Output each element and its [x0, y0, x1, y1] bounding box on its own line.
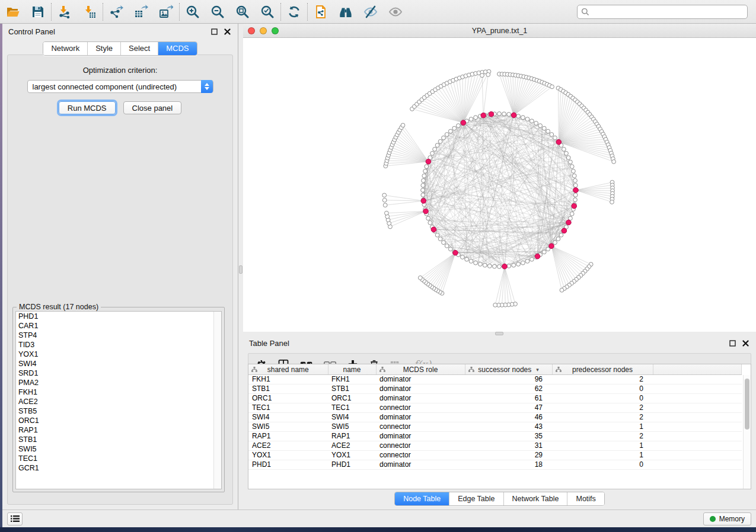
table-cell[interactable]: PHD1	[248, 460, 328, 469]
table-cell[interactable]: STB1	[328, 384, 376, 393]
import-network-button[interactable]	[56, 4, 73, 20]
table-row[interactable]: PHD1PHD1dominator180	[248, 460, 742, 469]
mcds-result-node[interactable]: SWI4	[16, 359, 221, 368]
table-cell[interactable]: dominator	[376, 374, 465, 384]
table-cell[interactable]: PHD1	[328, 460, 376, 469]
mcds-result-node[interactable]: STB1	[16, 435, 221, 444]
mcds-result-node[interactable]: CAR1	[16, 321, 221, 331]
table-cell[interactable]: dominator	[376, 460, 465, 469]
tab-style[interactable]: Style	[88, 42, 121, 55]
column-header-name[interactable]: name	[328, 364, 376, 374]
window-close-icon[interactable]	[248, 27, 255, 34]
table-row[interactable]: TEC1TEC1connector472	[248, 403, 742, 412]
table-cell[interactable]: 1	[552, 450, 653, 460]
window-minimize-icon[interactable]	[260, 27, 267, 34]
mcds-result-node[interactable]: GCR1	[16, 463, 221, 473]
table-cell[interactable]: RAP1	[248, 431, 328, 441]
tab-select[interactable]: Select	[121, 42, 158, 55]
table-cell[interactable]: 1	[552, 422, 653, 431]
table-cell[interactable]: TEC1	[328, 403, 376, 412]
table-cell[interactable]: 62	[465, 384, 552, 393]
table-cell[interactable]: 0	[552, 460, 653, 469]
tab-edge-table[interactable]: Edge Table	[449, 492, 503, 505]
table-cell[interactable]: ORC1	[248, 393, 328, 403]
table-cell[interactable]: FKH1	[248, 374, 328, 384]
float-table-panel-button[interactable]	[728, 338, 737, 348]
table-cell[interactable]: 61	[465, 393, 552, 403]
table-cell[interactable]: STB1	[248, 384, 328, 393]
table-cell[interactable]: RAP1	[328, 431, 376, 441]
table-cell[interactable]: dominator	[376, 412, 465, 422]
table-cell[interactable]: connector	[376, 450, 465, 460]
table-cell[interactable]: 18	[465, 460, 552, 469]
mcds-result-node[interactable]: ACE2	[16, 397, 221, 406]
column-header-shared-name[interactable]: shared name	[248, 364, 328, 374]
export-image-button[interactable]	[158, 4, 174, 20]
node-table[interactable]: shared namenameMCDS rolesuccessor nodes▾…	[248, 364, 742, 470]
network-window-titlebar[interactable]: YPA_prune.txt_1	[243, 24, 756, 38]
splitter-grip[interactable]	[239, 265, 243, 274]
mcds-result-node[interactable]: SRD1	[16, 368, 221, 378]
mcds-result-node[interactable]: PMA2	[16, 378, 221, 387]
table-cell[interactable]: 2	[552, 431, 653, 441]
table-row[interactable]: STB1STB1dominator620	[248, 384, 742, 393]
table-cell[interactable]: connector	[376, 422, 465, 431]
tab-network-table[interactable]: Network Table	[504, 492, 568, 505]
column-header-predecessor-nodes[interactable]: predecessor nodes	[552, 364, 653, 374]
search-network-button[interactable]	[337, 4, 354, 20]
table-scrollbar[interactable]	[743, 375, 751, 489]
table-cell[interactable]: 46	[465, 412, 552, 422]
zoom-fit-button[interactable]	[234, 4, 251, 20]
table-cell[interactable]: YOX1	[248, 450, 328, 460]
tab-network[interactable]: Network	[43, 42, 88, 55]
mcds-result-node[interactable]: STP4	[16, 331, 221, 340]
table-cell[interactable]: 47	[465, 403, 552, 412]
tab-motifs[interactable]: Motifs	[567, 492, 604, 505]
table-cell[interactable]: 2	[552, 403, 653, 412]
mcds-result-node[interactable]: PHD1	[16, 312, 221, 321]
tab-node-table[interactable]: Node Table	[395, 492, 449, 505]
task-history-button[interactable]	[7, 512, 23, 525]
table-cell[interactable]: SWI5	[328, 422, 376, 431]
export-table-button[interactable]	[133, 4, 149, 20]
network-graph[interactable]	[243, 38, 756, 332]
mcds-result-node[interactable]: ORC1	[16, 416, 221, 425]
table-row[interactable]: FKH1FKH1dominator962	[248, 374, 742, 384]
float-panel-button[interactable]	[209, 27, 219, 36]
table-cell[interactable]: connector	[376, 441, 465, 450]
mcds-result-node[interactable]: TID3	[16, 340, 221, 350]
table-cell[interactable]: ORC1	[328, 393, 376, 403]
table-cell[interactable]: ACE2	[248, 441, 328, 450]
close-panel-button[interactable]	[222, 27, 232, 36]
run-mcds-button[interactable]: Run MCDS	[59, 101, 116, 114]
table-row[interactable]: ACE2ACE2connector311	[248, 441, 742, 450]
table-cell[interactable]: 31	[465, 441, 552, 450]
zoom-out-button[interactable]	[209, 4, 226, 20]
save-session-button[interactable]	[30, 4, 46, 20]
table-cell[interactable]: 0	[552, 393, 653, 403]
tab-mcds[interactable]: MCDS	[158, 42, 196, 55]
table-cell[interactable]: FKH1	[328, 374, 376, 384]
window-maximize-icon[interactable]	[272, 27, 279, 34]
hide-panel-button[interactable]	[362, 4, 379, 20]
close-mcds-panel-button[interactable]: Close panel	[123, 101, 182, 114]
show-panel-button[interactable]	[387, 4, 404, 20]
refresh-view-button[interactable]	[286, 4, 302, 20]
table-cell[interactable]: dominator	[376, 384, 465, 393]
mcds-result-node[interactable]: STB5	[16, 406, 221, 416]
mcds-result-node[interactable]: SWI5	[16, 444, 221, 454]
open-file-button[interactable]	[5, 4, 21, 20]
zoom-in-button[interactable]	[184, 4, 201, 20]
table-cell[interactable]: 35	[465, 431, 552, 441]
table-cell[interactable]: connector	[376, 403, 465, 412]
optimization-criterion-select[interactable]: largest connected component (undirected)	[27, 80, 213, 93]
table-cell[interactable]: dominator	[376, 431, 465, 441]
mcds-result-node[interactable]: YOX1	[16, 350, 221, 359]
table-cell[interactable]: 2	[552, 412, 653, 422]
column-header-MCDS-role[interactable]: MCDS role	[376, 364, 465, 374]
table-cell[interactable]: dominator	[376, 393, 465, 403]
table-cell[interactable]: SWI4	[328, 412, 376, 422]
search-input[interactable]	[577, 5, 748, 19]
zoom-selected-button[interactable]	[259, 4, 276, 20]
scrollbar-thumb[interactable]	[745, 379, 749, 430]
